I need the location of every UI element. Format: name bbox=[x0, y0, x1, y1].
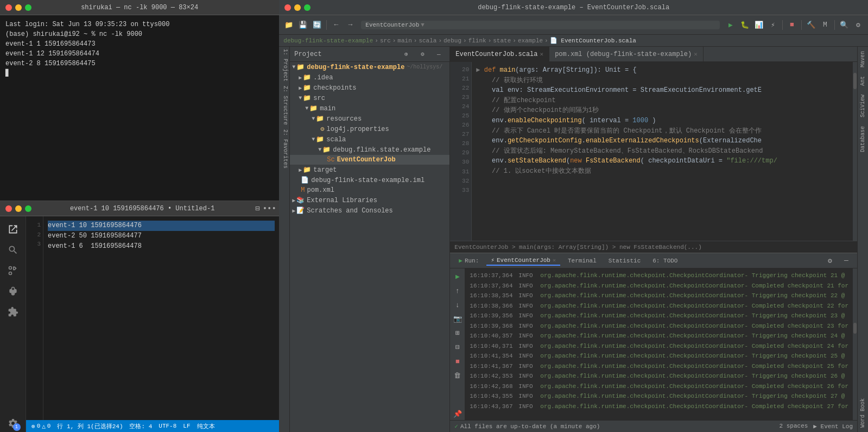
scrollbar-thumb[interactable] bbox=[853, 73, 857, 89]
maven-label[interactable]: Maven bbox=[858, 47, 868, 72]
tree-item-log4j[interactable]: ⚙ log4j.properties bbox=[290, 124, 449, 134]
filetree-body[interactable]: ▼ 📁 debug-flink-state-example ~/hollysys… bbox=[290, 62, 449, 432]
cursor-position[interactable]: 行 1, 列 1(已选择24) bbox=[57, 422, 123, 430]
filetree-expand-btn[interactable]: ⊕ bbox=[400, 48, 413, 61]
tree-item-extlibs[interactable]: ▶ 📚 External Libraries bbox=[290, 195, 449, 205]
debug-icon[interactable] bbox=[4, 283, 22, 300]
run-tab-run[interactable]: ▶ Run: bbox=[454, 256, 483, 265]
editor-maximize-btn[interactable] bbox=[25, 205, 31, 212]
eol-style[interactable]: LF bbox=[183, 423, 190, 429]
more-options-btn[interactable]: ••• bbox=[265, 204, 274, 213]
forward-btn[interactable]: → bbox=[344, 18, 357, 32]
run-hide-btn[interactable]: — bbox=[840, 254, 853, 267]
terminal-body[interactable]: Last login: Sat Jun 13 09:35:23 on ttys0… bbox=[0, 15, 279, 201]
split-editor-btn[interactable]: ⊟ bbox=[253, 204, 262, 213]
tree-item-idea[interactable]: ▶ 📁 .idea bbox=[290, 72, 449, 83]
run-filter-btn[interactable]: ⊞ bbox=[452, 327, 464, 339]
breadcrumb-main[interactable]: main bbox=[397, 37, 411, 44]
tab-pom[interactable]: pom.xml (debug-flink-state-example) ✕ bbox=[549, 47, 704, 61]
settings-icon[interactable]: 1 bbox=[4, 415, 22, 432]
tree-item-eventcounterjob[interactable]: Sc EventCounterJob bbox=[290, 155, 449, 165]
sync-btn[interactable]: 🔄 bbox=[311, 18, 324, 32]
run-settings-btn[interactable]: ⚙ bbox=[823, 254, 837, 267]
run-btn[interactable]: ▶ bbox=[724, 18, 737, 32]
build-btn[interactable]: 🔨 bbox=[804, 18, 818, 32]
profile-btn[interactable]: ⚡ bbox=[766, 18, 780, 32]
source-control-icon[interactable] bbox=[4, 262, 22, 279]
tree-item-scratches[interactable]: ▶ 📝 Scratches and Consoles bbox=[290, 205, 449, 216]
filetree-close-btn[interactable]: — bbox=[432, 48, 445, 61]
run-trash-btn[interactable]: 🗑 bbox=[452, 370, 464, 381]
run-with-coverage-btn[interactable]: 📊 bbox=[752, 18, 765, 32]
run-pin-btn[interactable]: 📌 bbox=[452, 408, 464, 420]
tree-item-package[interactable]: ▼ 📁 debug.flink.state.example bbox=[290, 145, 449, 155]
run-stop-btn[interactable]: ■ bbox=[452, 355, 464, 367]
run-tab-terminal[interactable]: Terminal bbox=[563, 256, 601, 265]
extensions-icon[interactable] bbox=[4, 303, 22, 321]
breadcrumb-file[interactable]: 📄 EventCounterJob.scala bbox=[550, 37, 636, 44]
search-icon[interactable] bbox=[4, 241, 22, 259]
maven-btn[interactable]: M bbox=[819, 18, 832, 32]
language-mode[interactable]: 纯文本 bbox=[197, 422, 215, 430]
tree-item-checkpoints[interactable]: ▶ 📁 checkpoints bbox=[290, 83, 449, 93]
save-btn[interactable]: 💾 bbox=[296, 18, 309, 32]
run-up-btn[interactable]: ↑ bbox=[452, 285, 464, 297]
database-label[interactable]: Database bbox=[858, 122, 868, 156]
run-tab-job-close[interactable]: ✕ bbox=[553, 257, 556, 264]
favorites-sidebar-label[interactable]: 2: Favorites bbox=[279, 127, 289, 171]
tree-item-root[interactable]: ▼ 📁 debug-flink-state-example ~/hollysys… bbox=[290, 62, 449, 72]
ij-close-btn[interactable] bbox=[284, 4, 291, 11]
tree-item-iml[interactable]: 📄 debug-flink-state-example.iml bbox=[290, 175, 449, 185]
run-tab-eventcounterjob[interactable]: ⚡ EventCounterJob ✕ bbox=[486, 255, 560, 266]
editor-text[interactable]: event-1 10 1591695864476 event-2 50 1591… bbox=[43, 216, 279, 420]
encoding[interactable]: UTF-8 bbox=[159, 423, 176, 429]
tree-item-main[interactable]: ▼ 📁 main bbox=[290, 103, 449, 114]
ij-maximize-btn[interactable] bbox=[304, 4, 311, 11]
run-camera-btn[interactable]: 📷 bbox=[452, 313, 464, 325]
run-restart-btn[interactable]: ▶ bbox=[452, 271, 464, 283]
editor-close-btn[interactable] bbox=[5, 205, 12, 212]
settings-btn[interactable]: ⚙ bbox=[852, 18, 865, 32]
breadcrumb-src[interactable]: src bbox=[380, 37, 391, 44]
terminal-minimize-btn[interactable] bbox=[15, 4, 22, 11]
sciview-label[interactable]: SciView bbox=[858, 90, 868, 122]
back-btn[interactable]: ← bbox=[330, 18, 343, 32]
tree-item-src[interactable]: ▼ 📁 src bbox=[290, 93, 449, 103]
search-everywhere-btn[interactable]: 🔍 bbox=[838, 18, 851, 32]
stop-btn[interactable]: ■ bbox=[785, 18, 799, 32]
breadcrumb-example[interactable]: example bbox=[518, 37, 543, 44]
tree-item-scala[interactable]: ▼ 📁 scala bbox=[290, 134, 449, 145]
ij-code-scrollbar[interactable] bbox=[853, 62, 857, 241]
breadcrumb-scala[interactable]: scala bbox=[419, 37, 436, 44]
run-log-scrollbar-thumb[interactable] bbox=[853, 323, 857, 334]
project-sidebar-label[interactable]: 1: Project bbox=[279, 47, 289, 84]
breadcrumb-state[interactable]: state bbox=[493, 37, 511, 44]
spaces-indicator[interactable]: 2 spaces bbox=[780, 423, 808, 430]
indent-size[interactable]: 空格: 4 bbox=[129, 422, 152, 430]
tree-item-resources[interactable]: ▼ 📁 resources bbox=[290, 114, 449, 124]
tree-item-target[interactable]: ▶ 📁 target bbox=[290, 165, 449, 175]
tab-eventcounterjob[interactable]: EventCounterJob.scala ✕ bbox=[450, 47, 549, 61]
explorer-icon[interactable] bbox=[4, 221, 22, 238]
ij-minimize-btn[interactable] bbox=[294, 4, 301, 11]
ant-label[interactable]: Ant bbox=[858, 72, 868, 90]
open-file-btn[interactable]: 📁 bbox=[282, 18, 295, 32]
breadcrumb-debug[interactable]: debug bbox=[443, 37, 461, 44]
terminal-maximize-btn[interactable] bbox=[25, 4, 31, 11]
event-log-btn[interactable]: ▶ Event Log bbox=[813, 423, 853, 430]
wordbook-label[interactable]: Word Book bbox=[858, 394, 868, 432]
breadcrumb-project[interactable]: debug-flink-state-example bbox=[283, 37, 373, 44]
breadcrumb-flink[interactable]: flink bbox=[468, 37, 486, 44]
terminal-close-btn[interactable] bbox=[5, 4, 12, 11]
debug-btn[interactable]: 🐛 bbox=[738, 18, 751, 32]
tab-close-pom[interactable]: ✕ bbox=[694, 51, 698, 58]
tab-close-eventcounterjob[interactable]: ✕ bbox=[540, 51, 544, 58]
run-down-btn[interactable]: ↓ bbox=[452, 299, 464, 311]
navigation-breadcrumb[interactable]: EventCounterJob ▼ bbox=[361, 21, 720, 29]
error-count[interactable]: ⊗ 0 △ 0 bbox=[31, 423, 50, 430]
run-log-scrollbar[interactable] bbox=[853, 268, 857, 420]
editor-minimize-btn[interactable] bbox=[15, 205, 22, 212]
run-tab-statistic[interactable]: Statistic bbox=[604, 256, 645, 265]
tree-item-pom[interactable]: M pom.xml bbox=[290, 185, 449, 195]
run-filter2-btn[interactable]: ⊟ bbox=[452, 341, 464, 353]
